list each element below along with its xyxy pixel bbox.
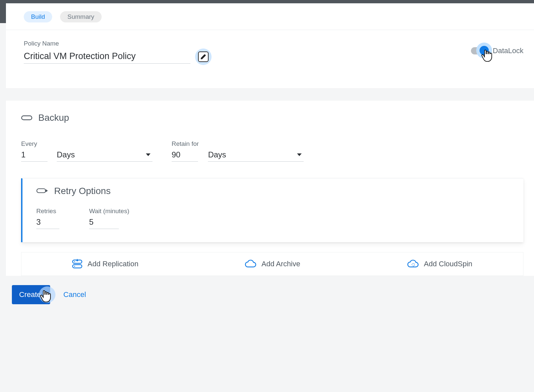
backup-title: Backup (38, 113, 69, 123)
retry-title: Retry Options (54, 186, 111, 196)
retain-unit-value: Days (208, 150, 226, 159)
retain-value-input[interactable] (172, 149, 198, 162)
cloudspin-icon (407, 260, 419, 268)
wait-label: Wait (minutes) (89, 208, 129, 215)
cancel-button[interactable]: Cancel (63, 290, 86, 299)
footer-bar: Create Cancel (6, 276, 534, 317)
datalock-toggle[interactable] (471, 47, 489, 54)
add-cloudspin-button[interactable]: Add CloudSpin (356, 259, 523, 269)
svg-rect-3 (73, 265, 82, 268)
tab-summary[interactable]: Summary (60, 11, 101, 22)
add-archive-label: Add Archive (261, 260, 300, 268)
chevron-down-icon (297, 153, 302, 156)
create-button-label: Create (19, 290, 41, 299)
retain-unit-select[interactable]: Days (208, 149, 304, 162)
pencil-icon (200, 54, 206, 60)
add-actions-bar: Add Replication Add Archive Add CloudSpi… (21, 252, 523, 276)
wait-input[interactable] (89, 216, 119, 229)
svg-point-4 (74, 261, 75, 262)
cloud-icon (244, 260, 257, 268)
tab-bar: Build Summary (6, 3, 534, 30)
add-replication-label: Add Replication (87, 260, 138, 268)
datalock-label: DataLock (493, 47, 523, 55)
add-archive-button[interactable]: Add Archive (189, 259, 356, 269)
replication-icon (72, 259, 83, 269)
datalock-row: DataLock (471, 47, 523, 55)
policy-name-input[interactable] (24, 50, 190, 64)
backup-icon (21, 114, 32, 121)
top-bar (0, 0, 534, 3)
left-gutter (0, 0, 6, 23)
retries-input[interactable] (36, 216, 59, 229)
chevron-down-icon (146, 153, 150, 156)
retries-label: Retries (36, 208, 59, 215)
every-label: Every (21, 140, 48, 147)
backup-section: Backup Every Days Retain for (6, 101, 534, 276)
tab-build[interactable]: Build (24, 11, 52, 22)
add-replication-button[interactable]: Add Replication (21, 259, 189, 269)
edit-name-button[interactable] (195, 49, 212, 65)
every-unit-value: Days (57, 150, 75, 159)
create-button[interactable]: Create (12, 285, 50, 304)
policy-name-label: Policy Name (24, 40, 212, 47)
add-cloudspin-label: Add CloudSpin (424, 260, 472, 268)
retry-options-card: Retry Options Retries Wait (minutes) (21, 178, 523, 242)
svg-rect-0 (22, 116, 32, 120)
policy-name-section: Policy Name (6, 30, 534, 88)
svg-rect-1 (37, 189, 46, 193)
retry-icon (36, 187, 48, 195)
every-unit-select[interactable]: Days (57, 149, 152, 162)
every-value-input[interactable] (21, 149, 48, 162)
retain-label: Retain for (172, 140, 199, 147)
svg-point-5 (74, 266, 75, 267)
